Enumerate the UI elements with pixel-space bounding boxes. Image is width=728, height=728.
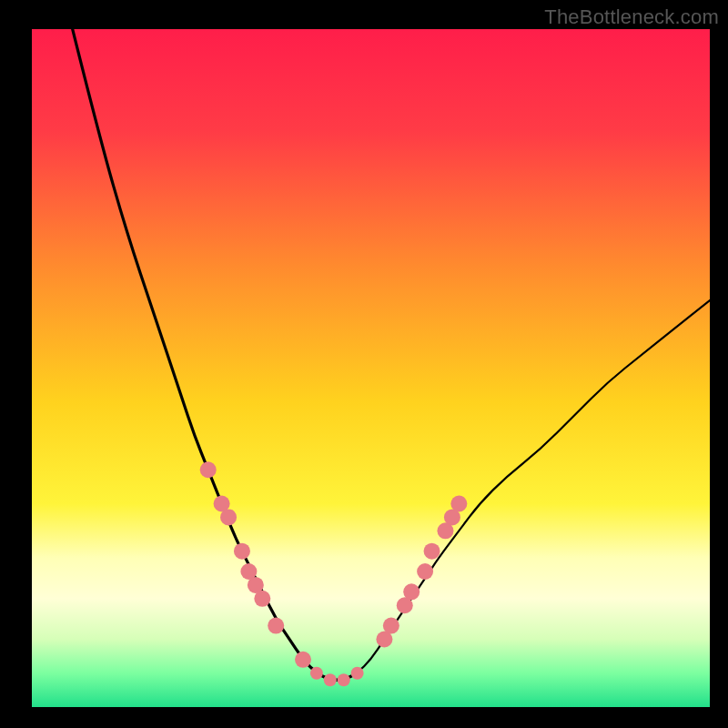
data-marker <box>338 673 350 686</box>
chart-frame: TheBottleneck.com <box>0 0 728 728</box>
data-marker <box>424 543 440 560</box>
bottleneck-chart <box>32 29 710 707</box>
data-marker <box>450 496 467 512</box>
watermark-text: TheBottleneck.com <box>544 5 719 29</box>
data-marker <box>268 618 284 634</box>
data-marker <box>383 618 399 634</box>
data-marker <box>295 652 311 668</box>
data-marker <box>351 667 364 680</box>
gradient-background <box>32 29 710 707</box>
data-marker <box>200 461 217 478</box>
data-marker <box>417 563 433 580</box>
data-marker <box>403 583 420 600</box>
data-marker <box>254 591 270 607</box>
data-marker <box>324 673 337 686</box>
data-marker <box>310 667 323 680</box>
data-marker <box>234 543 250 560</box>
data-marker <box>220 509 237 525</box>
plot-area <box>32 29 710 707</box>
